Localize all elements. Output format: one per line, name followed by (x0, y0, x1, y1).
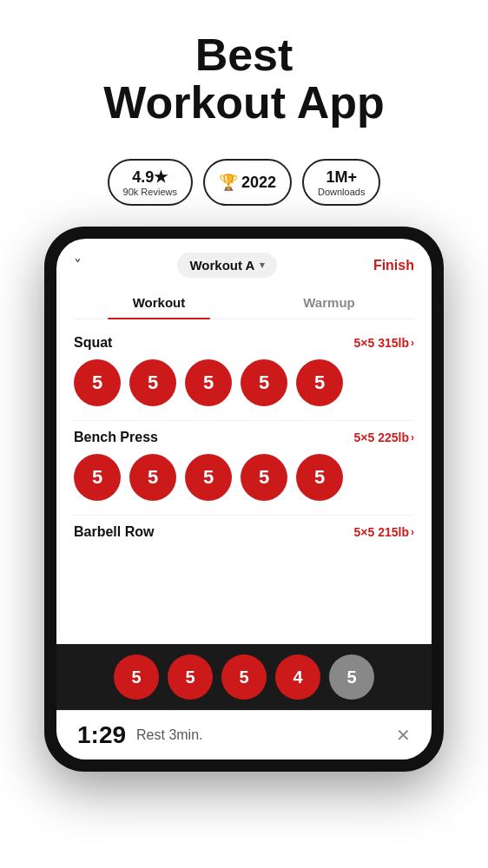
bottom-sets-bar: 5 5 5 4 5 (56, 644, 432, 710)
bench-press-detail[interactable]: 5×5 225lb › (354, 431, 414, 444)
rating-badge: 4.9★ 90k Reviews (108, 159, 193, 206)
award-value: 🏆 2022 (219, 173, 276, 192)
tabs-bar: Workout Warmup (74, 286, 414, 319)
squat-set-1[interactable]: 5 (74, 359, 121, 406)
squat-detail[interactable]: 5×5 315lb › (354, 336, 414, 350)
bottom-set-1[interactable]: 5 (114, 654, 159, 700)
squat-sets: 5 5 5 5 5 (74, 359, 414, 406)
squat-set-3[interactable]: 5 (185, 359, 232, 406)
back-chevron-icon[interactable]: ˅ (74, 256, 82, 275)
squat-set-2[interactable]: 5 (129, 359, 176, 406)
badges-row: 4.9★ 90k Reviews 🏆 2022 1M+ Downloads (108, 159, 381, 206)
squat-set-4[interactable]: 5 (241, 359, 287, 406)
app-header: ˅ Workout A ▾ Finish (56, 239, 432, 286)
tab-workout[interactable]: Workout (74, 286, 244, 319)
barbell-row-chevron-icon: › (411, 526, 414, 538)
exercise-barbell-row: Barbell Row 5×5 215lb › (56, 516, 432, 552)
selector-arrow-icon: ▾ (260, 260, 265, 271)
bottom-set-5[interactable]: 5 (329, 654, 374, 700)
award-badge: 🏆 2022 (203, 159, 292, 206)
bottom-set-3[interactable]: 5 (221, 654, 267, 700)
phone-screen: ˅ Workout A ▾ Finish Workout Warmup (56, 239, 432, 760)
downloads-badge: 1M+ Downloads (302, 159, 380, 206)
finish-button[interactable]: Finish (373, 258, 414, 273)
bench-set-2[interactable]: 5 (129, 454, 176, 501)
timer-close-icon[interactable]: ✕ (396, 725, 411, 746)
trophy-icon: 🏆 (219, 173, 238, 192)
page-title: Best Workout App (103, 31, 385, 126)
bench-press-sets: 5 5 5 5 5 (74, 454, 414, 501)
exercise-bench-press: Bench Press 5×5 225lb › 5 5 5 5 5 (56, 421, 432, 515)
timer-label: Rest 3min. (136, 727, 202, 743)
bottom-set-4[interactable]: 4 (275, 654, 320, 700)
downloads-value: 1M+ (326, 168, 357, 187)
squat-name: Squat (74, 335, 112, 351)
barbell-row-detail[interactable]: 5×5 215lb › (354, 525, 414, 539)
timer-bar: 1:29 Rest 3min. ✕ (56, 710, 432, 760)
squat-set-5[interactable]: 5 (296, 359, 343, 406)
squat-chevron-icon: › (411, 337, 414, 349)
bottom-set-2[interactable]: 5 (168, 654, 213, 700)
timer-time: 1:29 (77, 721, 126, 749)
bench-set-3[interactable]: 5 (185, 454, 232, 501)
exercise-squat: Squat 5×5 315lb › 5 5 5 5 5 (56, 326, 432, 420)
phone-mockup: ˅ Workout A ▾ Finish Workout Warmup (44, 227, 444, 772)
downloads-sub: Downloads (318, 187, 365, 197)
page-header: Best Workout App (86, 0, 402, 143)
bench-press-chevron-icon: › (411, 431, 414, 444)
rating-value: 4.9★ (132, 168, 168, 187)
bench-press-name: Bench Press (74, 430, 158, 445)
workout-selector[interactable]: Workout A ▾ (177, 253, 277, 278)
exercise-list: Squat 5×5 315lb › 5 5 5 5 5 (56, 319, 432, 644)
tab-warmup[interactable]: Warmup (244, 286, 414, 319)
barbell-row-name: Barbell Row (74, 524, 154, 540)
rating-sub: 90k Reviews (123, 187, 177, 197)
bench-set-5[interactable]: 5 (296, 454, 343, 501)
bench-set-1[interactable]: 5 (74, 454, 121, 501)
bench-set-4[interactable]: 5 (241, 454, 287, 501)
phone-frame: ˅ Workout A ▾ Finish Workout Warmup (44, 227, 444, 772)
